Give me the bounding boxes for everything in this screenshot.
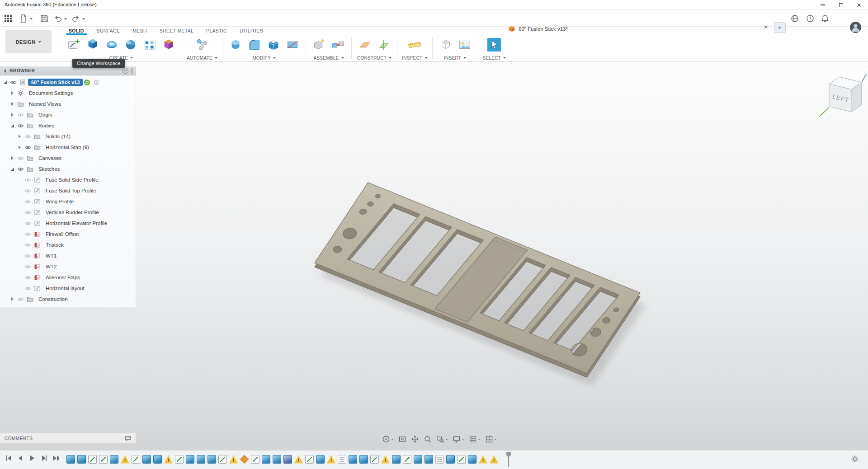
- tree-row[interactable]: Bodies: [0, 120, 136, 131]
- tree-item-label[interactable]: Horizontal layout: [42, 285, 88, 292]
- tree-item-label[interactable]: Fuse Solid Top Profile: [42, 187, 99, 194]
- sync-icon[interactable]: [83, 79, 91, 86]
- decal-button[interactable]: [456, 35, 473, 54]
- timeline-feature-sketch-icon[interactable]: [403, 455, 411, 464]
- timeline-feature-extrude-icon[interactable]: [262, 455, 270, 464]
- tree-item-label[interactable]: Ailerons/ Flaps: [42, 274, 83, 281]
- tree-row[interactable]: Sketches: [0, 164, 136, 174]
- timeline-feature-sketch-icon[interactable]: [457, 455, 466, 464]
- visibility-eye-icon[interactable]: [24, 285, 32, 292]
- tree-item-label[interactable]: Fuse Solid Side Profile: [42, 176, 101, 183]
- minimize-panel-icon[interactable]: [123, 68, 128, 74]
- tree-row[interactable]: Vertical/ Rudder Profile: [0, 207, 136, 218]
- visibility-eye-icon[interactable]: [24, 231, 32, 238]
- skip-to-start-button[interactable]: [5, 454, 13, 462]
- timeline-feature-extrude-icon[interactable]: [77, 455, 86, 464]
- timeline-feature-extrude-icon[interactable]: [142, 455, 151, 464]
- visibility-eye-icon[interactable]: [16, 296, 24, 303]
- revolve-button[interactable]: [103, 35, 120, 54]
- orbit-tool[interactable]: [381, 434, 395, 444]
- timeline-feature-extrude-icon[interactable]: [66, 455, 75, 464]
- timeline-feature-extrude-icon[interactable]: [425, 455, 433, 464]
- timeline-feature-sketch-icon[interactable]: [99, 455, 108, 464]
- tree-item-label[interactable]: 60" Fusion Stick v13: [28, 79, 83, 86]
- tree-item-label[interactable]: Wing Profile: [42, 198, 77, 205]
- timeline-feature-extrude-icon[interactable]: [153, 455, 162, 464]
- browser-header[interactable]: BROWSER: [0, 66, 136, 75]
- press-pull-button[interactable]: [227, 35, 244, 54]
- visibility-eye-icon[interactable]: [16, 122, 24, 129]
- timeline-feature-extrude-icon[interactable]: [110, 455, 118, 464]
- tree-row[interactable]: WT2: [0, 261, 136, 272]
- visibility-eye-icon[interactable]: [16, 112, 24, 118]
- step-back-button[interactable]: [16, 454, 24, 462]
- timeline-feature-extrude-icon[interactable]: [359, 455, 368, 464]
- tree-item-label[interactable]: Sketches: [35, 165, 63, 173]
- visibility-eye-icon[interactable]: [24, 263, 32, 270]
- timeline-feature-extrude-icon[interactable]: [414, 455, 422, 464]
- collapse-panel-icon[interactable]: [4, 69, 6, 73]
- tab-close-icon[interactable]: ✕: [762, 23, 769, 31]
- timeline-feature-document-icon[interactable]: [338, 455, 346, 464]
- timeline-feature-modify-icon[interactable]: [283, 455, 292, 464]
- tree-row[interactable]: Tristock: [0, 239, 136, 250]
- tab-utilities[interactable]: UTILITIES: [233, 27, 269, 35]
- viewports-tool[interactable]: [484, 434, 498, 444]
- pattern-button[interactable]: [141, 35, 158, 54]
- tree-row[interactable]: Horizontal/ Elevator Profile: [0, 218, 136, 229]
- timeline-feature-sketch-icon[interactable]: [132, 455, 140, 464]
- visibility-eye-icon[interactable]: [24, 144, 32, 151]
- tree-row[interactable]: Construction: [0, 294, 136, 305]
- chevron-down-icon[interactable]: [462, 439, 464, 440]
- select-button[interactable]: [486, 35, 503, 54]
- joint-button[interactable]: [330, 35, 347, 54]
- tree-item-label[interactable]: WT2: [42, 263, 60, 270]
- sweep-button[interactable]: [122, 35, 139, 54]
- timeline-feature-extrude-icon[interactable]: [392, 455, 401, 464]
- timeline-feature-warning-icon[interactable]: !: [479, 455, 487, 464]
- user-avatar[interactable]: [850, 22, 861, 33]
- construct-axis-button[interactable]: [375, 35, 392, 54]
- tree-item-label[interactable]: Bodies: [35, 122, 57, 129]
- timeline-feature-warning-icon[interactable]: !: [327, 455, 335, 464]
- step-forward-button[interactable]: [40, 454, 48, 462]
- close-button[interactable]: ✕: [850, 0, 868, 10]
- tree-row[interactable]: Fuse Solid Top Profile: [0, 185, 136, 196]
- timeline-feature-extrude-icon[interactable]: [208, 455, 216, 464]
- chevron-down-icon[interactable]: [445, 439, 448, 440]
- tree-row[interactable]: Fuse Solid Side Profile: [0, 174, 136, 185]
- timeline-feature-sketch-icon[interactable]: [251, 455, 259, 464]
- timeline-feature-warning-icon[interactable]: !: [229, 455, 238, 464]
- fillet-button[interactable]: [246, 35, 263, 54]
- measure-button[interactable]: [406, 35, 423, 54]
- shell-button[interactable]: [265, 35, 282, 54]
- viewcube[interactable]: Z LEFT: [816, 69, 868, 123]
- timeline-feature-extrude-icon[interactable]: [186, 455, 194, 464]
- expander-icon[interactable]: [17, 134, 23, 139]
- redo-icon[interactable]: [71, 14, 80, 23]
- tree-row[interactable]: Canvases: [0, 153, 136, 164]
- panel-resize-grip[interactable]: [131, 68, 132, 74]
- undo-caret-icon[interactable]: [64, 18, 67, 20]
- assemble-menu[interactable]: ASSEMBLE: [313, 55, 344, 61]
- tree-row[interactable]: Document Settings: [0, 88, 136, 98]
- visibility-eye-icon[interactable]: [24, 209, 32, 216]
- job-status-clock-icon[interactable]: [806, 14, 815, 23]
- comments-bar[interactable]: COMMENTS: [0, 433, 136, 443]
- tree-row[interactable]: Named Views: [0, 98, 136, 109]
- tree-row[interactable]: WT1: [0, 250, 136, 261]
- select-menu[interactable]: SELECT: [483, 55, 506, 61]
- display-settings-tool[interactable]: [452, 434, 465, 444]
- inspect-menu[interactable]: INSPECT: [402, 55, 427, 61]
- expander-icon[interactable]: [10, 112, 15, 117]
- new-component-button[interactable]: [311, 35, 328, 54]
- timeline-feature-extrude-icon[interactable]: [197, 455, 205, 464]
- tree-item-label[interactable]: Document Settings: [26, 89, 76, 97]
- visibility-eye-icon[interactable]: [24, 274, 32, 281]
- create-form-button[interactable]: [160, 35, 177, 54]
- timeline-feature-extrude-icon[interactable]: [468, 455, 476, 464]
- automate-button[interactable]: [193, 35, 211, 54]
- timeline-feature-warning-icon[interactable]: !: [164, 455, 173, 464]
- expander-icon[interactable]: [10, 101, 15, 107]
- timeline-feature-warning-icon[interactable]: !: [381, 455, 390, 464]
